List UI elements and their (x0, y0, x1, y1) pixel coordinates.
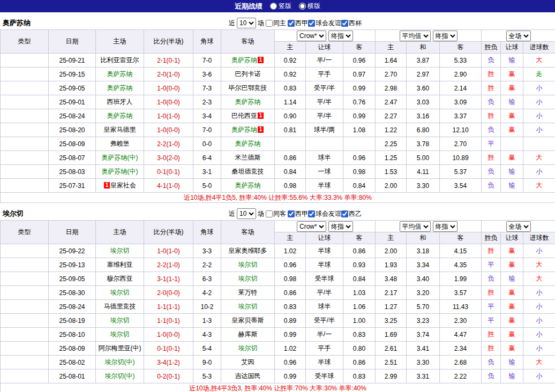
avg-home: 2.00 (376, 179, 407, 193)
team-link[interactable]: 奥萨苏纳 (235, 140, 261, 147)
team-link[interactable]: 皇家社会 (110, 182, 136, 189)
odds-home: 0.92 (275, 67, 306, 81)
team-link[interactable]: 穆尔西亚 (107, 275, 133, 282)
team-link[interactable]: 埃尔切 (110, 247, 130, 254)
away-team: 埃尔切 (221, 342, 275, 356)
league-checkbox[interactable] (308, 20, 315, 27)
layout-horizontal-option[interactable]: 横版 (299, 2, 320, 11)
avg-final-select[interactable]: 终指 (433, 221, 458, 232)
league-filter-option[interactable]: 西乙 (341, 209, 362, 218)
league-checkbox[interactable] (288, 210, 295, 217)
avg-draw: 3.03 (407, 95, 440, 109)
team-link[interactable]: 奥萨苏纳(中) (102, 154, 138, 161)
team-link[interactable]: 巴伦西亚 (231, 112, 257, 119)
bookmaker-select[interactable]: Crow* (297, 31, 326, 41)
team-link[interactable]: 埃尔切 (110, 289, 130, 296)
league-filter-option[interactable]: 西杯 (341, 19, 362, 28)
odds-home: 1.02 (275, 342, 306, 356)
result-wdl: 负 (482, 95, 501, 109)
team-link[interactable]: 奥萨苏纳 (235, 182, 261, 189)
vertical-radio[interactable] (270, 3, 277, 10)
avg-draw: 3.87 (407, 54, 440, 67)
average-select[interactable]: 平均值 (400, 31, 431, 41)
team-link[interactable]: 埃尔切 (238, 261, 258, 268)
layout-vertical-option[interactable]: 竖版 (270, 2, 291, 11)
league-checkbox[interactable] (308, 210, 315, 217)
league-checkbox[interactable] (288, 20, 295, 27)
team-link[interactable]: 奥萨苏纳 (231, 56, 257, 64)
match-date: 25-08-19 (49, 314, 96, 328)
home-team: 穆尔西亚 (96, 272, 144, 286)
team-link[interactable]: 赫库斯 (238, 330, 258, 338)
same-venue-checkbox[interactable] (266, 20, 273, 27)
team-link[interactable]: 埃尔切 (110, 330, 130, 338)
odds-away: 0.96 (343, 54, 376, 67)
odds-home: 0.98 (275, 272, 306, 286)
league-checkbox[interactable] (341, 20, 348, 27)
final-odds-select[interactable]: 终指 (328, 221, 353, 232)
odds-home: 0.83 (275, 300, 306, 314)
team-link[interactable]: 皇家贝蒂斯 (232, 316, 264, 324)
bookmaker-select[interactable]: Crow* (297, 221, 326, 232)
result-goals: 小 (523, 300, 555, 314)
average-select[interactable]: 平均值 (400, 221, 431, 232)
league-filter-option[interactable]: 球会友谊 (308, 19, 341, 28)
match-date: 25-09-21 (49, 54, 96, 67)
league-filter-option[interactable]: 西甲 (288, 209, 308, 218)
result-wdl: 胜 (482, 342, 501, 356)
same-venue-checkbox[interactable] (266, 210, 273, 217)
team-link[interactable]: 埃尔切 (110, 316, 130, 324)
team-link[interactable]: 奥萨苏纳 (235, 98, 261, 105)
team-link[interactable]: 皇家马德里 (104, 126, 136, 133)
team-link[interactable]: 塞维利亚 (107, 261, 133, 268)
odds-away: 0.76 (343, 95, 376, 109)
team-link[interactable]: 阿尔梅里亚(中) (99, 344, 141, 352)
team-link[interactable]: 莱万特 (238, 289, 258, 296)
team-link[interactable]: 马德里竞技 (104, 303, 136, 310)
scope-select[interactable]: 全场 (506, 31, 531, 41)
same-venue-option[interactable]: 同主 (266, 19, 286, 28)
corner-cell: 3-1 (193, 165, 221, 179)
team-link[interactable]: 桑坦德竞技 (232, 168, 264, 175)
league-badge: 西甲 (1, 314, 49, 328)
league-filter-option[interactable]: 球会友谊 (308, 209, 341, 218)
league-checkbox[interactable] (341, 210, 348, 217)
team-link[interactable]: 巴列卡诺 (235, 70, 261, 78)
scope-select[interactable]: 全场 (506, 221, 531, 232)
team-link[interactable]: 奥萨苏纳 (107, 112, 133, 119)
avg-home: 1.25 (376, 151, 407, 165)
league-filter-option[interactable]: 西甲 (288, 19, 308, 28)
home-team: 埃尔切 (96, 314, 144, 328)
team-link[interactable]: 奥萨苏纳(中) (102, 168, 138, 175)
team-link[interactable]: 比利亚雷亚尔 (101, 56, 139, 64)
avg-home: 1.93 (376, 258, 407, 272)
match-count-select[interactable]: 10 (237, 18, 256, 28)
team-link[interactable]: 埃尔切(中) (105, 372, 135, 380)
horizontal-radio[interactable] (299, 3, 306, 10)
team-link[interactable]: 奥萨苏纳 (107, 84, 133, 92)
team-link[interactable]: 埃尔切 (238, 303, 258, 310)
result-handicap: 输 (501, 272, 523, 286)
corner-cell: 3-6 (193, 67, 221, 81)
team-link[interactable]: 艾因 (242, 358, 254, 366)
final-odds-select[interactable]: 终指 (328, 31, 353, 41)
match-date: 25-08-10 (49, 328, 96, 342)
team-link[interactable]: 奥萨苏纳 (231, 126, 257, 133)
match-row: 西甲25-08-24奥萨苏纳1-0(1-0)3-4巴伦西亚10.90平/半0.9… (1, 109, 555, 123)
team-link[interactable]: 埃尔切 (238, 275, 258, 282)
team-link[interactable]: 毕尔巴鄂竞技 (229, 84, 267, 92)
team-link[interactable]: 吉达国民 (235, 372, 261, 380)
home-team: 马德里竞技 (96, 300, 144, 314)
team-link[interactable]: 埃尔切(中) (105, 358, 135, 366)
team-link[interactable]: 皇家奥维耶多 (229, 247, 267, 254)
team-link[interactable]: 西班牙人 (107, 98, 133, 105)
team-link[interactable]: 奥萨苏纳 (107, 70, 133, 78)
match-count-select[interactable]: 10 (237, 208, 256, 219)
team-link[interactable]: 弗赖堡 (110, 140, 130, 147)
team-link[interactable]: 米兰德斯 (235, 154, 261, 161)
avg-final-select[interactable]: 终指 (433, 31, 458, 41)
league-badge: 球会友谊 (1, 370, 49, 383)
result-handicap: 输 (501, 165, 523, 179)
team-link[interactable]: 埃尔切 (238, 344, 258, 352)
same-venue-option[interactable]: 同客 (266, 209, 286, 218)
